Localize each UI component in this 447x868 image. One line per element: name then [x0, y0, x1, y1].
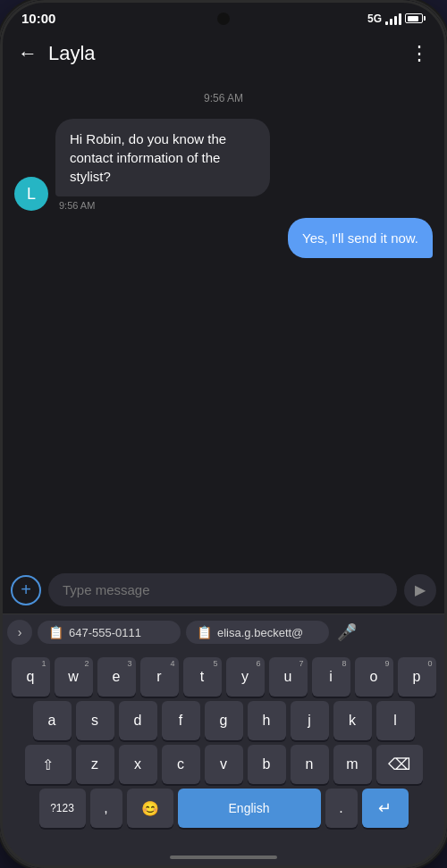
more-options-button[interactable]: ⋮	[406, 38, 433, 69]
shift-key[interactable]: ⇧	[25, 745, 72, 784]
home-indicator	[0, 847, 447, 868]
mic-button[interactable]: 🎤	[334, 620, 359, 645]
key-row-2: a s d f g h j k l	[4, 701, 443, 740]
key-e[interactable]: 3e	[97, 657, 136, 697]
phone-shell: 10:00 5G ← Layla ⋮ 9:56 AM	[0, 0, 447, 868]
key-q[interactable]: 1q	[12, 657, 50, 697]
signal-icon	[385, 13, 401, 25]
suggestions-bar: › 📋 647-555-0111 📋 elisa.g.beckett@ 🎤	[0, 613, 447, 650]
key-p[interactable]: 0p	[398, 657, 436, 697]
key-h[interactable]: h	[248, 701, 286, 740]
status-time: 10:00	[21, 11, 55, 26]
send-button[interactable]: ▶	[404, 574, 436, 606]
key-k[interactable]: k	[333, 701, 372, 740]
battery-icon	[405, 13, 426, 23]
symbols-key[interactable]: ?123	[39, 789, 86, 828]
key-d[interactable]: d	[119, 701, 157, 740]
bubble-time: 9:56 AM	[55, 200, 270, 211]
message-row: L Hi Robin, do you know the contact info…	[14, 119, 433, 211]
spacebar-key[interactable]: English	[178, 789, 321, 828]
key-a[interactable]: a	[33, 701, 72, 740]
key-f[interactable]: f	[162, 701, 200, 740]
suggestions-expand-button[interactable]: ›	[7, 620, 32, 645]
key-y[interactable]: 6y	[226, 657, 265, 697]
key-z[interactable]: z	[76, 745, 114, 784]
camera-notch	[217, 13, 230, 25]
keyboard: 1q 2w 3e 4r 5t 6y 7u	[0, 650, 447, 847]
emoji-key[interactable]: 😊	[127, 789, 173, 828]
backspace-key[interactable]: ⌫	[376, 745, 423, 784]
suggestion-chip-phone[interactable]: 📋 647-555-0111	[38, 621, 181, 644]
message-row-sent: Yes, I'll send it now.	[14, 218, 433, 258]
key-m[interactable]: m	[333, 745, 372, 784]
comma-key[interactable]: ,	[90, 789, 122, 828]
key-i[interactable]: 8i	[312, 657, 350, 697]
time-divider: 9:56 AM	[14, 92, 433, 104]
key-j[interactable]: j	[291, 701, 329, 740]
key-t[interactable]: 5t	[183, 657, 222, 697]
suggestion-chip-email[interactable]: 📋 elisa.g.beckett@	[186, 621, 329, 644]
key-r[interactable]: 4r	[140, 657, 179, 697]
key-l[interactable]: l	[376, 701, 415, 740]
add-button[interactable]: +	[11, 575, 41, 605]
key-w[interactable]: 2w	[55, 657, 93, 697]
home-bar	[170, 855, 277, 859]
key-x[interactable]: x	[119, 745, 157, 784]
contact-name: Layla	[48, 42, 399, 65]
sent-bubble: Yes, I'll send it now.	[288, 218, 433, 258]
key-o[interactable]: 9o	[355, 657, 393, 697]
message-bubble-wrap: Hi Robin, do you know the contact inform…	[55, 119, 270, 211]
avatar: L	[14, 177, 48, 211]
network-label: 5G	[367, 13, 382, 25]
enter-key[interactable]: ↵	[362, 789, 409, 828]
key-n[interactable]: n	[291, 745, 329, 784]
key-c[interactable]: c	[162, 745, 200, 784]
message-input[interactable]	[48, 573, 397, 606]
period-key[interactable]: .	[325, 789, 358, 828]
key-b[interactable]: b	[248, 745, 286, 784]
received-bubble: Hi Robin, do you know the contact inform…	[55, 119, 270, 196]
status-bar: 10:00 5G	[0, 0, 447, 31]
key-row-1: 1q 2w 3e 4r 5t 6y 7u	[4, 657, 443, 697]
key-row-4: ?123 , 😊 English . ↵	[4, 789, 443, 828]
status-icons: 5G	[367, 13, 426, 25]
clipboard-icon: 📋	[48, 625, 63, 639]
screen: 10:00 5G ← Layla ⋮ 9:56 AM	[0, 0, 447, 868]
app-header: ← Layla ⋮	[0, 31, 447, 76]
key-u[interactable]: 7u	[269, 657, 308, 697]
back-button[interactable]: ←	[14, 38, 41, 69]
key-g[interactable]: g	[205, 701, 243, 740]
key-s[interactable]: s	[76, 701, 114, 740]
chip-phone-text: 647-555-0111	[69, 626, 141, 639]
chip-email-text: elisa.g.beckett@	[217, 626, 303, 639]
chat-area: 9:56 AM L Hi Robin, do you know the cont…	[0, 76, 447, 566]
clipboard-icon-2: 📋	[197, 625, 212, 639]
key-v[interactable]: v	[205, 745, 243, 784]
mic-icon: 🎤	[337, 622, 357, 642]
key-row-3: ⇧ z x c v b n m ⌫	[4, 745, 443, 784]
input-bar: + ▶	[0, 566, 447, 613]
